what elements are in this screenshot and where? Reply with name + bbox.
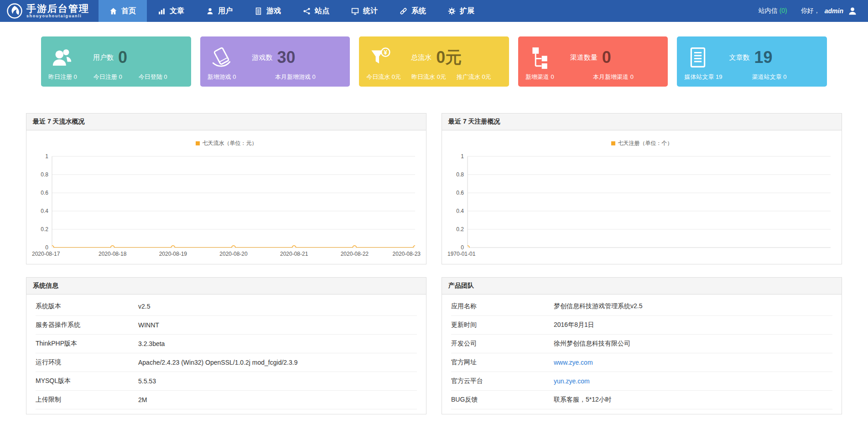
- info-row-value: 3.2.3beta: [138, 340, 165, 347]
- info-row: MYSQL版本5.5.53: [36, 372, 417, 391]
- card-sub-stats: 新增游戏 0本月新增游戏 0: [208, 73, 343, 81]
- nav-item-user[interactable]: 用户: [195, 0, 244, 22]
- user-menu[interactable]: 你好，admin: [801, 6, 857, 16]
- card-main: 用户数0: [48, 42, 184, 73]
- svg-text:1: 1: [45, 153, 48, 160]
- nav-item-extend[interactable]: 扩展: [437, 0, 485, 22]
- card-value: 0: [602, 49, 611, 66]
- card-sub-stats: 昨日注册 0今日注册 0今日登陆 0: [48, 73, 184, 81]
- nav-item-home[interactable]: 首页: [99, 0, 147, 22]
- info-row: 更新时间2016年8月1日: [451, 316, 832, 335]
- product-team-title: 产品团队: [442, 278, 842, 294]
- info-row-label: 官方网址: [451, 358, 554, 367]
- gear-icon: [448, 7, 456, 15]
- info-row-value: 2016年8月1日: [554, 321, 594, 329]
- svg-text:0.4: 0.4: [456, 208, 464, 214]
- nav-item-article[interactable]: 文章: [147, 0, 195, 22]
- svg-text:0.6: 0.6: [41, 190, 48, 196]
- info-row: 运行环境Apache/2.4.23 (Win32) OpenSSL/1.0.2j…: [36, 353, 417, 372]
- register-chart-body: 七天注册（单位：个） 00.20.40.60.811970-01-01: [442, 130, 842, 264]
- nav-item-game[interactable]: 游戏: [244, 0, 292, 22]
- card-value: 30: [277, 49, 296, 66]
- brand-logo[interactable]: 手游后台管理 shouyouhoutaiguanli: [0, 0, 99, 22]
- register-chart-legend[interactable]: 七天注册（单位：个）: [447, 135, 837, 153]
- article-doc-icon: [686, 46, 710, 69]
- brand-subtitle: shouyouhoutaiguanli: [26, 14, 89, 18]
- system-info-panel: 系统信息 系统版本v2.5服务器操作系统WINNTThinkPHP版本3.2.3…: [26, 277, 426, 414]
- info-row: ThinkPHP版本3.2.3beta: [36, 335, 417, 353]
- card-value: 0: [118, 49, 127, 66]
- info-row: 服务器操作系统WINNT: [36, 316, 417, 335]
- nav-item-label: 站点: [315, 6, 329, 16]
- card-main: 渠道数量0: [525, 42, 661, 73]
- revenue-line-chart: 00.20.40.60.812020-08-172020-08-182020-0…: [31, 153, 421, 260]
- share-icon: [303, 7, 311, 15]
- info-row-label: 更新时间: [451, 321, 554, 329]
- product-team-body: 应用名称梦创信息科技游戏管理系统v2.5更新时间2016年8月1日开发公司徐州梦…: [442, 294, 842, 414]
- nav-item-label: 文章: [170, 6, 184, 16]
- card-sub-stats: 今日流水 0元昨日流水 0元推广流水 0元: [366, 73, 502, 81]
- svg-text:0.2: 0.2: [456, 226, 464, 232]
- info-row-value: Apache/2.4.23 (Win32) OpenSSL/1.0.2j mod…: [138, 359, 297, 366]
- card-label: 用户数: [93, 53, 114, 62]
- card-main: ¥总流水0元: [366, 42, 502, 73]
- nav-menu: 首页文章用户游戏站点统计系统扩展: [99, 0, 485, 22]
- nav-item-system[interactable]: 系统: [389, 0, 437, 22]
- phone-hand-icon: [209, 46, 233, 69]
- info-row-label: BUG反馈: [451, 396, 554, 404]
- card-value: 19: [754, 49, 772, 66]
- sitemap-icon: [527, 46, 551, 69]
- nav-item-label: 游戏: [266, 6, 281, 16]
- nav-item-site[interactable]: 站点: [292, 0, 340, 22]
- card-value: 0元: [436, 49, 462, 66]
- svg-text:2020-08-21: 2020-08-21: [280, 251, 308, 257]
- nav-item-label: 统计: [363, 6, 378, 16]
- info-row-label: 系统版本: [36, 302, 138, 310]
- info-row-value: 5.5.53: [138, 377, 156, 385]
- site-messages-count: (0): [780, 7, 787, 14]
- info-row-value: 徐州梦创信息科技有限公司: [554, 340, 630, 348]
- stat-card-revenue: ¥总流水0元今日流水 0元昨日流水 0元推广流水 0元: [359, 36, 509, 87]
- card-sub-stat: 本月新增渠道 0: [593, 73, 660, 81]
- card-main: 文章数19: [684, 42, 820, 73]
- info-row-value: v2.5: [138, 303, 150, 310]
- legend-swatch-icon: [196, 141, 200, 145]
- nav-item-label: 扩展: [460, 6, 474, 16]
- card-sub-stat: 本月新增游戏 0: [275, 73, 343, 81]
- svg-text:0.8: 0.8: [456, 171, 464, 178]
- site-messages-label: 站内信: [759, 7, 778, 14]
- svg-text:2020-08-19: 2020-08-19: [159, 251, 187, 257]
- svg-text:2020-08-22: 2020-08-22: [341, 251, 369, 257]
- external-link[interactable]: www.zye.com: [554, 359, 593, 366]
- nav-item-label: 系统: [411, 6, 426, 16]
- card-sub-stat: 今日流水 0元: [366, 73, 411, 81]
- revenue-chart-panel: 最近 7 天流水概况 七天流水（单位：元） 00.20.40.60.812020…: [26, 113, 426, 264]
- stat-card-channels: 渠道数量0新增渠道 0本月新增渠道 0: [518, 36, 668, 87]
- svg-text:2020-08-20: 2020-08-20: [219, 251, 248, 257]
- person-icon: [206, 7, 214, 15]
- info-row: BUG反馈联系客服，5*12小时: [451, 391, 832, 409]
- card-sub-stat: 新增渠道 0: [525, 73, 593, 81]
- revenue-chart-legend[interactable]: 七天流水（单位：元）: [31, 135, 421, 153]
- user-avatar-icon[interactable]: [848, 6, 857, 16]
- svg-text:1: 1: [461, 153, 464, 160]
- monitor-icon: [351, 7, 359, 15]
- revenue-chart-title: 最近 7 天流水概况: [26, 114, 426, 130]
- card-sub-stat: 推广流水 0元: [457, 73, 502, 81]
- svg-text:0.6: 0.6: [456, 190, 464, 196]
- nav-item-label: 首页: [121, 6, 136, 16]
- info-row-label: 服务器操作系统: [36, 321, 138, 329]
- stat-card-users: 用户数0昨日注册 0今日注册 0今日登陆 0: [41, 36, 191, 87]
- site-messages-button[interactable]: 站内信(0): [759, 7, 787, 15]
- info-row-label: ThinkPHP版本: [36, 340, 138, 348]
- svg-text:0: 0: [45, 244, 48, 251]
- nav-item-stats[interactable]: 统计: [340, 0, 389, 22]
- svg-text:0.4: 0.4: [41, 208, 48, 214]
- info-row: 官方网址www.zye.com: [451, 353, 832, 372]
- svg-text:2020-08-23: 2020-08-23: [393, 251, 421, 257]
- card-main: 游戏数30: [208, 42, 343, 73]
- info-row: 上传限制2M: [36, 391, 417, 409]
- info-row: 系统版本v2.5: [36, 297, 417, 316]
- external-link[interactable]: yun.zye.com: [554, 377, 590, 385]
- users-icon: [50, 46, 74, 69]
